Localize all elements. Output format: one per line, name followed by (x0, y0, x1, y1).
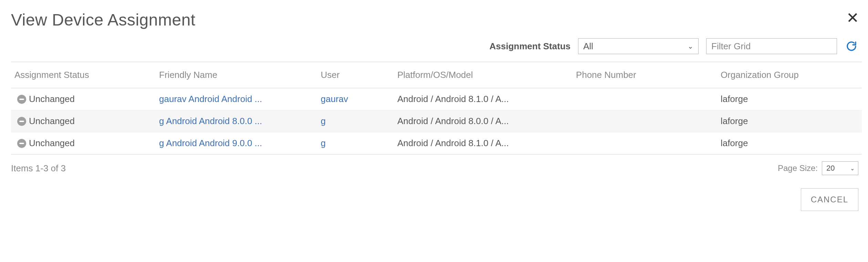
friendly-name-link[interactable]: g Android Android 9.0.0 ... (156, 132, 317, 154)
phone-text (573, 132, 717, 154)
refresh-icon[interactable] (845, 39, 858, 53)
assignment-status-dropdown[interactable]: All ⌄ (578, 38, 699, 54)
phone-text (573, 88, 717, 110)
status-text: Unchanged (29, 138, 75, 149)
org-group-text: laforge (717, 132, 862, 154)
page-title: View Device Assignment (11, 10, 196, 29)
items-count: Items 1-3 of 3 (11, 163, 66, 174)
table-row[interactable]: Unchanged gaurav Android Android ... gau… (11, 88, 862, 110)
page-size-dropdown[interactable]: 20 ⌄ (822, 161, 858, 175)
assignment-status-value: All (583, 41, 593, 52)
device-assignment-table: Assignment Status Friendly Name User Pla… (11, 62, 862, 154)
col-header-status[interactable]: Assignment Status (11, 62, 156, 88)
platform-text: Android / Android 8.1.0 / A... (394, 132, 573, 154)
table-row[interactable]: Unchanged g Android Android 9.0.0 ... g … (11, 132, 862, 154)
chevron-down-icon: ⌄ (850, 165, 855, 172)
col-header-platform[interactable]: Platform/OS/Model (394, 62, 573, 88)
assignment-status-label: Assignment Status (490, 41, 571, 52)
unchanged-icon (17, 117, 26, 126)
filter-grid-input[interactable] (706, 38, 837, 54)
phone-text (573, 110, 717, 132)
col-header-phone[interactable]: Phone Number (573, 62, 717, 88)
chevron-down-icon: ⌄ (688, 42, 693, 50)
page-size-label: Page Size: (778, 163, 818, 173)
org-group-text: laforge (717, 110, 862, 132)
friendly-name-link[interactable]: gaurav Android Android ... (156, 88, 317, 110)
user-link[interactable]: g (317, 132, 394, 154)
unchanged-icon (17, 139, 26, 148)
friendly-name-link[interactable]: g Android Android 8.0.0 ... (156, 110, 317, 132)
page-size-value: 20 (826, 164, 835, 173)
col-header-org-group[interactable]: Organization Group (717, 62, 862, 88)
col-header-user[interactable]: User (317, 62, 394, 88)
user-link[interactable]: g (317, 110, 394, 132)
table-header-row: Assignment Status Friendly Name User Pla… (11, 62, 862, 88)
col-header-friendly-name[interactable]: Friendly Name (156, 62, 317, 88)
status-text: Unchanged (29, 94, 75, 104)
platform-text: Android / Android 8.0.0 / A... (394, 110, 573, 132)
status-text: Unchanged (29, 116, 75, 127)
close-icon[interactable]: ✕ (844, 10, 862, 26)
cancel-button[interactable]: CANCEL (801, 188, 858, 211)
table-row[interactable]: Unchanged g Android Android 8.0.0 ... g … (11, 110, 862, 132)
user-link[interactable]: gaurav (317, 88, 394, 110)
unchanged-icon (17, 95, 26, 104)
platform-text: Android / Android 8.1.0 / A... (394, 88, 573, 110)
org-group-text: laforge (717, 88, 862, 110)
